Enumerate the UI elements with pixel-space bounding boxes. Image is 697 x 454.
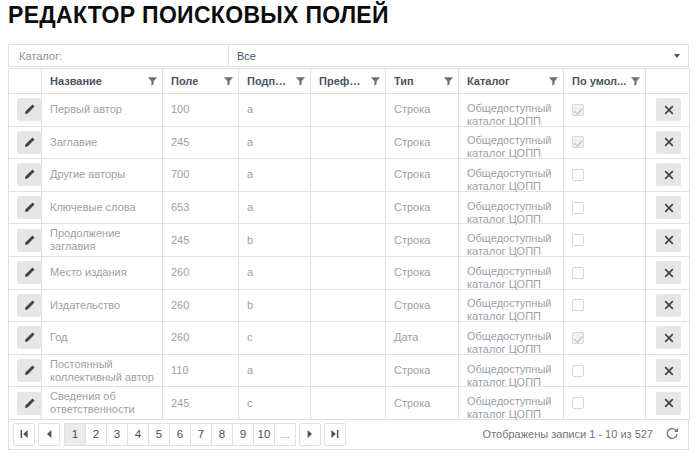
- cell-catalog: Общедоступный каталог ЦОПП: [459, 224, 564, 257]
- cell-prefix: [311, 354, 386, 387]
- close-icon: [664, 137, 674, 147]
- column-header-field: Поле: [163, 69, 239, 94]
- filter-funnel-icon[interactable]: [224, 77, 233, 86]
- page-button[interactable]: 7: [190, 423, 212, 446]
- pencil-icon: [23, 299, 36, 312]
- column-header-name: Название: [42, 69, 163, 94]
- delete-button[interactable]: [656, 163, 681, 186]
- last-page-icon: [330, 429, 340, 439]
- close-icon: [664, 300, 674, 310]
- default-checkbox[interactable]: [572, 136, 584, 148]
- edit-button[interactable]: [17, 163, 42, 186]
- default-checkbox[interactable]: [572, 332, 584, 344]
- cell-default: [564, 322, 646, 355]
- delete-cell: [646, 94, 690, 127]
- delete-button[interactable]: [656, 98, 681, 121]
- default-checkbox[interactable]: [572, 104, 584, 116]
- delete-button[interactable]: [656, 294, 681, 317]
- catalog-filter-label: Каталог:: [9, 45, 229, 66]
- header-actions-right: [646, 69, 690, 94]
- cell-prefix: [311, 191, 386, 224]
- edit-button[interactable]: [17, 261, 42, 284]
- page-button[interactable]: 3: [106, 423, 128, 446]
- delete-cell: [646, 387, 690, 420]
- last-page-button[interactable]: [324, 423, 346, 446]
- delete-button[interactable]: [656, 359, 681, 382]
- delete-button[interactable]: [656, 131, 681, 154]
- delete-button[interactable]: [656, 326, 681, 349]
- delete-button[interactable]: [656, 196, 681, 219]
- filter-funnel-icon[interactable]: [444, 77, 453, 86]
- delete-cell: [646, 354, 690, 387]
- delete-button[interactable]: [656, 229, 681, 252]
- cell-type: Дата: [386, 322, 459, 355]
- page-button[interactable]: 8: [211, 423, 233, 446]
- default-checkbox[interactable]: [572, 169, 584, 181]
- default-checkbox[interactable]: [572, 234, 584, 246]
- page-button[interactable]: 1: [64, 423, 86, 446]
- edit-button[interactable]: [17, 131, 42, 154]
- page-button[interactable]: 6: [169, 423, 191, 446]
- edit-cell: [9, 256, 42, 289]
- edit-button[interactable]: [17, 196, 42, 219]
- catalog-text: Общедоступный каталог ЦОПП: [467, 395, 557, 421]
- cell-type: Строка: [386, 256, 459, 289]
- edit-button[interactable]: [17, 294, 42, 317]
- edit-button[interactable]: [17, 229, 42, 252]
- edit-button[interactable]: [17, 98, 42, 121]
- delete-button[interactable]: [656, 261, 681, 284]
- next-page-button[interactable]: [299, 423, 321, 446]
- edit-button[interactable]: [17, 326, 42, 349]
- default-checkbox[interactable]: [572, 267, 584, 279]
- cell-subfield: a: [239, 159, 311, 192]
- column-header-inner: Каталог: [467, 75, 558, 87]
- column-header-label: Подполе: [247, 75, 292, 87]
- default-checkbox[interactable]: [572, 202, 584, 214]
- first-page-button[interactable]: [13, 423, 35, 446]
- table-row: Ключевые слова653aСтрокаОбщедоступный ка…: [9, 191, 690, 224]
- default-checkbox[interactable]: [572, 365, 584, 377]
- column-header-label: Каталог: [467, 75, 510, 87]
- delete-button[interactable]: [656, 392, 681, 415]
- pager-info: Отображены записи 1 - 10 из 527: [483, 427, 679, 441]
- table-row: Издательство260bСтрокаОбщедоступный ката…: [9, 289, 690, 322]
- catalog-text: Общедоступный каталог ЦОПП: [467, 200, 557, 226]
- cell-field: 260: [163, 322, 239, 355]
- cell-prefix: [311, 256, 386, 289]
- more-pages-button[interactable]: ...: [274, 423, 296, 446]
- refresh-button[interactable]: [665, 427, 679, 441]
- cell-type: Строка: [386, 191, 459, 224]
- catalog-text: Общедоступный каталог ЦОПП: [467, 297, 557, 323]
- cell-name: Издательство: [42, 289, 163, 322]
- edit-button[interactable]: [17, 392, 42, 415]
- cell-prefix: [311, 126, 386, 159]
- close-icon: [664, 170, 674, 180]
- page-button[interactable]: 2: [85, 423, 107, 446]
- cell-prefix: [311, 224, 386, 257]
- table-row: Продолжение заглавия245bСтрокаОбщедоступ…: [9, 224, 690, 257]
- page-button[interactable]: 5: [148, 423, 170, 446]
- page-button[interactable]: 10: [253, 423, 275, 446]
- column-header-inner: Поле: [171, 75, 233, 87]
- filter-funnel-icon[interactable]: [631, 77, 640, 86]
- filter-funnel-icon[interactable]: [148, 77, 157, 86]
- prev-page-button[interactable]: [38, 423, 60, 446]
- cell-catalog: Общедоступный каталог ЦОПП: [459, 126, 564, 159]
- edit-button[interactable]: [17, 359, 42, 382]
- default-checkbox[interactable]: [572, 397, 584, 409]
- cell-name: Место издания: [42, 256, 163, 289]
- page-button[interactable]: 9: [232, 423, 254, 446]
- catalog-select[interactable]: Все: [229, 45, 688, 66]
- default-checkbox[interactable]: [572, 299, 584, 311]
- filter-funnel-icon[interactable]: [371, 77, 380, 86]
- cell-default: [564, 94, 646, 127]
- filter-funnel-icon[interactable]: [296, 77, 305, 86]
- table-body: Первый автор100aСтрокаОбщедоступный ката…: [9, 94, 690, 420]
- edit-cell: [9, 94, 42, 127]
- edit-cell: [9, 191, 42, 224]
- page-button[interactable]: 4: [127, 423, 149, 446]
- cell-name: Первый автор: [42, 94, 163, 127]
- filter-funnel-icon[interactable]: [549, 77, 558, 86]
- header-actions-left: [9, 69, 42, 94]
- cell-catalog: Общедоступный каталог ЦОПП: [459, 322, 564, 355]
